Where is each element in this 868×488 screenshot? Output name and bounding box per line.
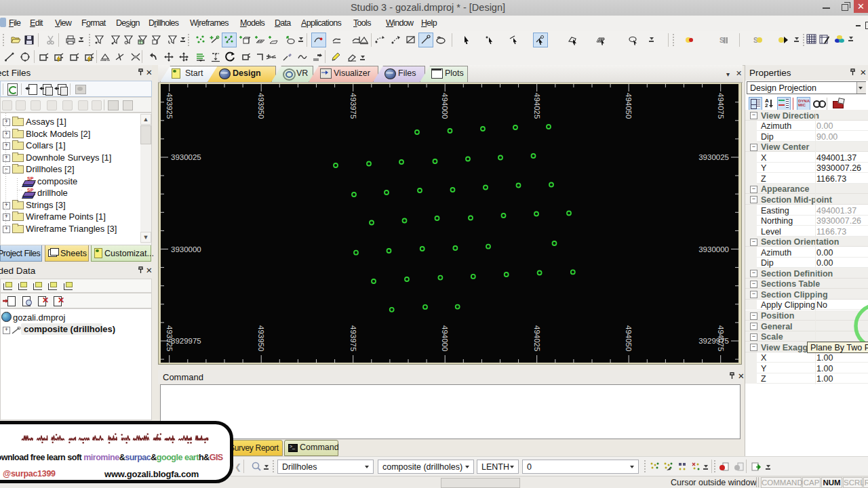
svg-text:3930025: 3930025 [698,153,729,161]
svg-text:3929975: 3929975 [698,337,729,345]
svg-text:494050: 494050 [625,325,633,351]
svg-text:493975: 493975 [349,325,357,351]
svg-text:493975: 493975 [349,93,357,119]
svg-text:494025: 494025 [533,93,541,119]
svg-text:494000: 494000 [441,93,449,119]
svg-text:3929975: 3929975 [171,337,201,345]
svg-text:494075: 494075 [717,93,725,119]
svg-text:3930000: 3930000 [171,245,201,253]
svg-text:493950: 493950 [257,325,265,351]
svg-text:494000: 494000 [441,325,449,351]
svg-text:3930025: 3930025 [171,153,201,161]
svg-text:S: S [719,37,724,44]
svg-text:493950: 493950 [257,93,265,119]
svg-text:493925: 493925 [165,93,174,119]
svg-text:494025: 494025 [533,325,541,351]
svg-text:494050: 494050 [625,93,633,119]
svg-text:3930000: 3930000 [698,245,729,253]
